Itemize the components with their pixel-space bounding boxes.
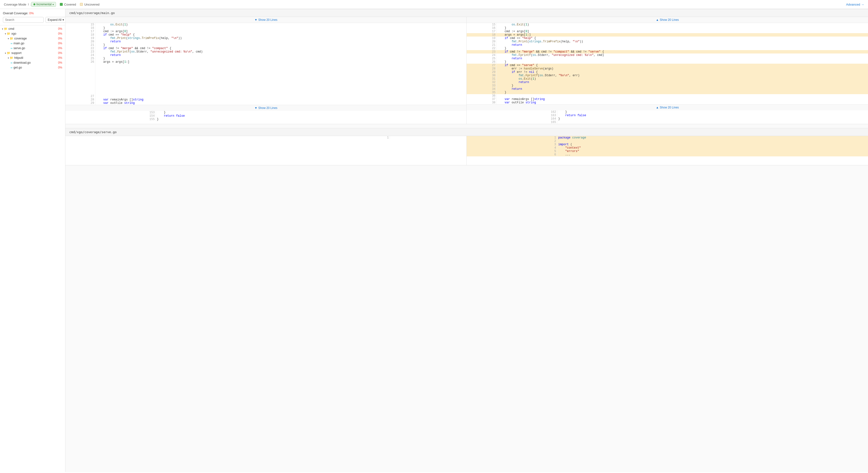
table-row: 165 [467, 121, 868, 124]
code-content: import ( [557, 143, 868, 146]
table-row: 33 } [467, 84, 868, 87]
folder-open-icon: ▾ [5, 52, 6, 55]
sidebar: Overall Coverage: 0% Expand All ▾ ▾ 📁 cm… [0, 9, 65, 472]
line-num: 19 [467, 36, 496, 40]
code-content: if cmd == "help" { [496, 36, 868, 40]
table-row: 37 var remainArgs []string [467, 98, 868, 101]
incremental-mode-button[interactable]: Incremental ▾ [31, 2, 56, 7]
code-content [95, 87, 466, 91]
table-row: 154 return false [65, 114, 466, 118]
line-num: 22 [467, 47, 496, 50]
line-num: 16 [467, 26, 496, 30]
code-content: return [496, 43, 868, 47]
code-content: if cmd != "merge" && cmd != "compact" { [95, 47, 466, 50]
code-content: return false [557, 114, 868, 117]
line-num [65, 83, 95, 87]
table-row: 15 os.Exit(1) [65, 23, 466, 26]
code-content: var outFile string [95, 101, 466, 105]
line-num: 6 [467, 153, 557, 156]
line-num: 15 [65, 23, 95, 26]
show-lines-icon: ▲ [656, 18, 659, 22]
table-row: 35 } [467, 91, 868, 94]
tree-item-download-go[interactable]: ∞ download.go 0% [0, 60, 65, 65]
tree-label: serve.go [13, 46, 58, 50]
line-num: 19 [65, 36, 95, 40]
show-lines-icon: ▲ [656, 106, 659, 109]
line-num: 162 [467, 111, 557, 114]
table-row: 38 var outFile string [467, 101, 868, 104]
expand-all-button[interactable]: Expand All ▾ [45, 17, 65, 23]
line-num: 24 [467, 54, 496, 57]
line-num: 37 [467, 98, 496, 101]
tree-item-httputil[interactable]: ▾ 📁 httputil 0% [0, 56, 65, 60]
code-content: } [496, 60, 868, 64]
line-num: 155 [65, 118, 156, 121]
line-num: 164 [467, 117, 557, 121]
table-row: 31 os.Exit(1) [467, 77, 868, 81]
tree-item-main-go[interactable]: ∞ main.go 0% [0, 41, 65, 46]
code-content: } [496, 47, 868, 50]
file-diff-main-go: cmd/xgo/coverage/main.go ▼ Show 20 Lines… [65, 9, 868, 124]
show-20-lines-bottom-right[interactable]: ▲ Show 20 Lines [467, 104, 868, 111]
code-content [95, 83, 466, 87]
table-row: 2 [467, 139, 868, 143]
table-row [65, 91, 466, 95]
tree-item-get-go[interactable]: ∞ get.go 0% [0, 65, 65, 70]
left-panel-serve: 1 [65, 136, 467, 165]
table-row [65, 83, 466, 87]
tree-item-serve-go[interactable]: ∞ serve.go 0% [0, 46, 65, 51]
right-code-serve-table: 1 package coverage 2 3 import ( [467, 136, 868, 156]
table-row [65, 71, 466, 75]
line-num: 26 [467, 60, 496, 64]
table-row [65, 64, 466, 67]
tree-item-xgo[interactable]: ▾ 📁 xgo 0% [0, 31, 65, 36]
code-content: os.Exit(1) [496, 23, 868, 26]
file-header-serve-go: cmd/xgo/coverage/serve.go [65, 128, 868, 136]
line-num: 163 [467, 114, 557, 117]
overall-label: Overall Coverage: [3, 11, 28, 15]
show-20-lines-top-right[interactable]: ▲ Show 20 Lines [467, 17, 868, 23]
line-num [65, 64, 95, 67]
tree-label: get.go [13, 66, 58, 69]
line-num [65, 67, 95, 71]
line-num: 27 [467, 64, 496, 67]
right-panel: ▲ Show 20 Lines 15 os.Exit(1) 16 [467, 17, 868, 124]
line-num: 38 [467, 101, 496, 104]
code-content [95, 95, 466, 98]
info-icon: ℹ [28, 3, 29, 6]
table-row: 3 import ( [467, 143, 868, 146]
code-content: fmt.Print(strings.TrimPrefix(help, "\n")… [496, 40, 868, 43]
line-num: 153 [65, 111, 156, 114]
show-20-lines-bottom-left[interactable]: ▼ Show 20 Lines [65, 105, 466, 111]
show-20-lines-top-left[interactable]: ▼ Show 20 Lines [65, 17, 466, 23]
search-expand-row: Expand All ▾ [3, 17, 62, 23]
tree-item-cmd[interactable]: ▾ 📁 cmd 0% [0, 26, 65, 31]
table-row: 164 } [467, 117, 868, 121]
folder-icon: 📁 [10, 56, 13, 60]
table-row: 15 os.Exit(1) [467, 23, 868, 26]
code-content: var remainArgs []string [95, 98, 466, 101]
covered-legend: Covered [60, 3, 76, 6]
code-content [557, 139, 868, 143]
tree-pct: 0% [58, 37, 62, 40]
tree-item-support[interactable]: ▾ 📁 support 0% [0, 51, 65, 56]
show-lines-icon: ▼ [254, 106, 257, 109]
folder-icon: 📁 [7, 32, 10, 35]
search-input[interactable] [3, 17, 43, 23]
line-num: 2 [467, 139, 557, 143]
line-num: 35 [467, 91, 496, 94]
code-content: } [156, 118, 466, 121]
show-lines-label: Show 20 Lines [660, 18, 679, 22]
code-content [95, 91, 466, 95]
code-content [390, 136, 466, 139]
code-content: fmt.Fprintf(os.Stderr, "unrecognized cmd… [496, 54, 868, 57]
table-row: 34 return [467, 87, 868, 91]
code-content: "context" [557, 146, 868, 150]
tree-pct: 0% [58, 56, 62, 60]
folder-open-icon: ▾ [8, 57, 9, 59]
tree-item-coverage[interactable]: ▾ 📁 coverage 0% [0, 36, 65, 41]
code-content: cmd := args[0] [95, 30, 466, 33]
line-num: 25 [65, 57, 95, 60]
line-num: 21 [467, 43, 496, 47]
advanced-link[interactable]: Advanced → [846, 3, 864, 6]
